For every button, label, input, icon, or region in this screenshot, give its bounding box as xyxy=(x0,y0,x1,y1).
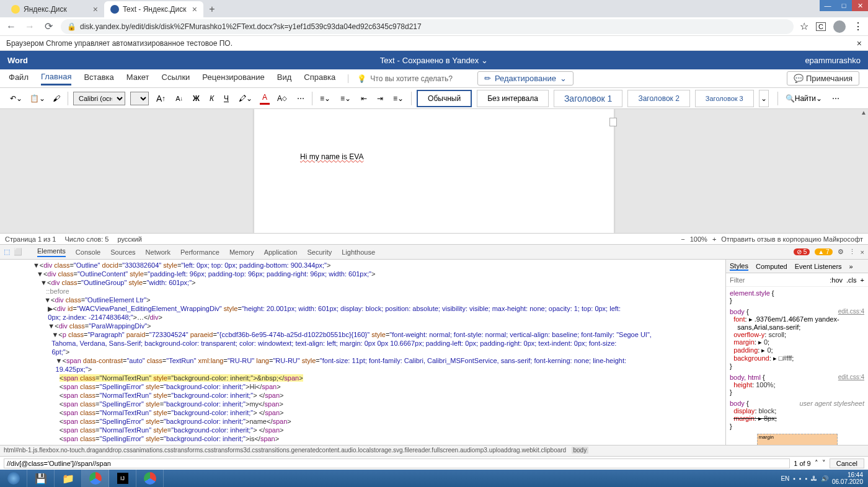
network-icon[interactable]: 🖧 xyxy=(811,475,817,482)
tab-performance[interactable]: Performance xyxy=(180,248,219,256)
align-button[interactable]: ≡⌄ xyxy=(391,93,406,104)
find-button[interactable]: 🔍 Найти ⌄ xyxy=(783,93,825,104)
undo-button[interactable]: ↶⌄ xyxy=(7,93,25,104)
style-heading1[interactable]: Заголовок 1 xyxy=(554,90,623,107)
style-heading2[interactable]: Заголовок 2 xyxy=(627,90,689,107)
document-canvas[interactable]: Hi my name is EVA ▲ xyxy=(0,109,868,233)
highlight-button[interactable]: 🖍⌄ xyxy=(236,93,255,104)
task-chrome2-icon[interactable] xyxy=(136,470,164,487)
reload-button[interactable]: ⟳ xyxy=(42,20,55,33)
style-no-spacing[interactable]: Без интервала xyxy=(477,90,549,107)
paste-button[interactable]: 📋⌄ xyxy=(27,93,48,104)
format-painter-button[interactable]: 🖌 xyxy=(50,93,63,104)
elements-tree[interactable]: ▼<div class="Outline" docid="330382604" … xyxy=(0,260,725,445)
tray-icon[interactable]: ▪ xyxy=(805,475,807,482)
close-icon[interactable]: × xyxy=(857,38,862,48)
bullets-button[interactable]: ≡⌄ xyxy=(317,93,333,104)
search-cancel-button[interactable]: Cancel xyxy=(830,458,864,468)
numbering-button[interactable]: ≡⌄ xyxy=(338,93,353,104)
style-heading3[interactable]: Заголовок 3 xyxy=(695,90,754,107)
task-chrome-icon[interactable] xyxy=(82,470,109,487)
ruler-marker[interactable] xyxy=(609,118,617,126)
tab-lighthouse[interactable]: Lighthouse xyxy=(342,248,375,256)
new-tab-button[interactable]: + xyxy=(203,1,221,17)
tab-layout[interactable]: Макет xyxy=(126,72,149,84)
grow-font-button[interactable]: A↑ xyxy=(154,92,168,105)
computed-tab[interactable]: Computed xyxy=(756,263,787,270)
device-toggle-icon[interactable]: ⬜ xyxy=(14,248,22,256)
tell-me-search[interactable]: 💡 Что вы хотите сделать? xyxy=(348,74,453,83)
page-indicator[interactable]: Страница 1 из 1 xyxy=(5,235,56,243)
zoom-out-button[interactable]: − xyxy=(681,235,684,243)
box-model-diagram[interactable]: margin- border- padding- 1903 × 425 - - … xyxy=(757,434,838,445)
cls-toggle[interactable]: .cls xyxy=(846,276,857,284)
event-listeners-tab[interactable]: Event Listeners xyxy=(795,263,842,270)
close-icon[interactable]: × xyxy=(861,248,864,256)
font-family-select[interactable]: Calibri (основн… xyxy=(73,92,125,105)
window-minimize-button[interactable]: — xyxy=(820,0,836,11)
shrink-font-button[interactable]: A↓ xyxy=(173,94,185,103)
language-indicator[interactable]: русский xyxy=(117,235,141,243)
task-save-icon[interactable]: 💾 xyxy=(27,470,55,487)
chevron-down-icon[interactable]: ⌄ xyxy=(481,56,488,65)
browser-tab-active[interactable]: Text - Яндекс.Диск × xyxy=(104,1,203,17)
decrease-indent-button[interactable]: ⇤ xyxy=(358,93,370,104)
search-next-button[interactable]: ˅ xyxy=(822,459,826,467)
close-icon[interactable]: × xyxy=(93,4,98,14)
elements-search-input[interactable] xyxy=(4,458,790,468)
font-color-button[interactable]: A xyxy=(260,92,270,105)
user-name[interactable]: epammurashko xyxy=(805,56,861,65)
style-normal[interactable]: Обычный xyxy=(417,90,472,107)
word-count[interactable]: Число слов: 5 xyxy=(64,235,108,243)
document-name[interactable]: Text xyxy=(380,56,395,65)
tab-home[interactable]: Главная xyxy=(41,72,71,86)
tab-memory[interactable]: Memory xyxy=(229,248,254,256)
bookmark-icon[interactable]: ☆ xyxy=(800,20,808,32)
more-button[interactable]: ⋯ xyxy=(830,93,842,104)
tab-network[interactable]: Network xyxy=(146,248,170,256)
styles-tab[interactable]: Styles xyxy=(730,262,748,271)
styles-filter-input[interactable] xyxy=(730,276,826,284)
increase-indent-button[interactable]: ⇥ xyxy=(374,93,386,104)
editing-mode-dropdown[interactable]: ✏ Редактирование ⌄ xyxy=(477,71,574,86)
tab-help[interactable]: Справка xyxy=(304,72,335,84)
close-icon[interactable]: × xyxy=(192,4,197,14)
window-maximize-button[interactable]: □ xyxy=(836,0,852,11)
clock-date[interactable]: 06.07.2020 xyxy=(832,478,863,485)
tab-sources[interactable]: Sources xyxy=(110,248,135,256)
browser-tab[interactable]: Яндекс.Диск × xyxy=(5,1,104,17)
tab-insert[interactable]: Вставка xyxy=(84,72,113,84)
settings-icon[interactable]: ⚙ xyxy=(838,248,844,256)
styles-dropdown-button[interactable]: ⌄ xyxy=(759,90,769,107)
task-intellij-icon[interactable]: IJ xyxy=(109,470,136,487)
tab-references[interactable]: Ссылки xyxy=(162,72,190,84)
underline-button[interactable]: Ч xyxy=(221,93,231,104)
elements-breadcrumb[interactable]: html#nb-1.js.flexbox.no-touch.draganddro… xyxy=(0,445,868,456)
tab-console[interactable]: Console xyxy=(76,248,100,256)
language-indicator[interactable]: EN xyxy=(781,475,789,482)
warning-count-badge[interactable]: ▲ 7 xyxy=(815,248,832,255)
document-page[interactable]: Hi my name is EVA xyxy=(254,109,614,233)
menu-icon[interactable]: ⋮ xyxy=(853,20,863,32)
clear-formatting-button[interactable]: A◇ xyxy=(275,93,290,104)
forward-button[interactable]: → xyxy=(24,20,36,33)
start-button[interactable] xyxy=(0,470,27,487)
zoom-in-button[interactable]: + xyxy=(712,235,716,243)
hov-toggle[interactable]: :hov xyxy=(830,276,843,284)
tab-view[interactable]: Вид xyxy=(277,72,292,84)
menu-icon[interactable]: ⋮ xyxy=(849,248,856,256)
window-close-button[interactable]: ✕ xyxy=(852,0,868,11)
css-rules[interactable]: element.style {} edit.css:4body { font: … xyxy=(726,287,868,445)
font-size-select[interactable]: 11 xyxy=(130,92,149,105)
search-prev-button[interactable]: ˄ xyxy=(815,459,818,467)
back-button[interactable]: ← xyxy=(5,20,17,33)
bold-button[interactable]: Ж xyxy=(190,93,202,104)
clock-time[interactable]: 16:44 xyxy=(832,472,863,478)
tab-file[interactable]: Файл xyxy=(9,72,29,84)
extension-icon[interactable]: C xyxy=(816,22,826,31)
tab-application[interactable]: Application xyxy=(264,248,298,256)
scroll-up-button[interactable]: ▲ xyxy=(861,109,867,116)
document-text[interactable]: Hi my name is EVA xyxy=(300,152,363,161)
profile-icon[interactable] xyxy=(833,20,846,33)
feedback-link[interactable]: Отправить отзыв в корпорацию Майкрософт xyxy=(721,235,863,243)
